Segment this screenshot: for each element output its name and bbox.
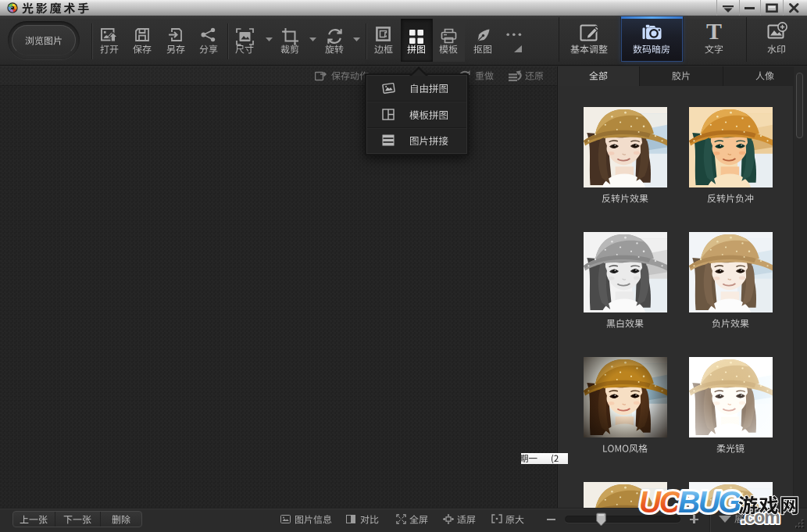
svg-text:UC: UC (639, 485, 682, 519)
svg-text:BUG: BUG (678, 485, 741, 519)
